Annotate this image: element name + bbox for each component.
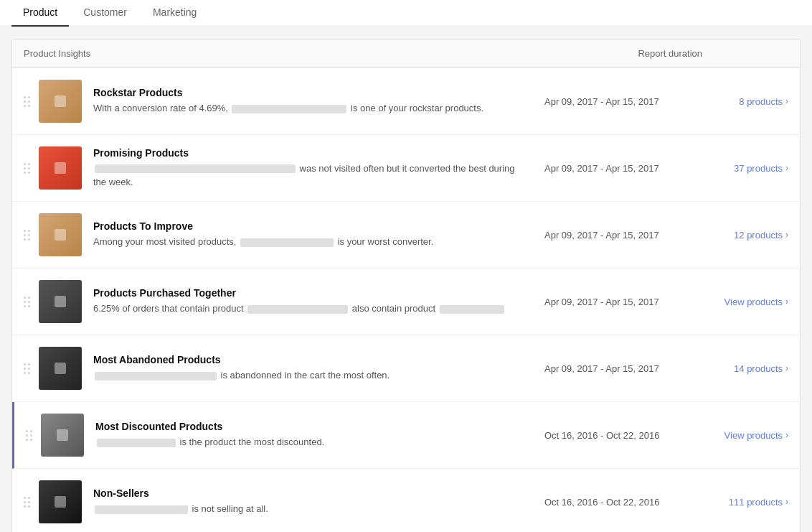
row-content: Promising Products was not visited often… bbox=[93, 147, 530, 190]
row-link-label: 37 products bbox=[734, 163, 783, 174]
row-content: Non-Sellers is not selling at all. bbox=[93, 487, 530, 516]
chevron-right-icon: › bbox=[785, 230, 788, 240]
table-row: Most Abandoned Products is abandonned in… bbox=[12, 335, 800, 402]
row-link-label: 111 products bbox=[729, 497, 783, 508]
drag-handle[interactable] bbox=[24, 497, 30, 508]
row-description: was not visited often but it converted t… bbox=[93, 162, 530, 190]
chevron-right-icon: › bbox=[785, 430, 788, 440]
svg-rect-2 bbox=[55, 229, 66, 241]
row-link-label: 12 products bbox=[734, 230, 783, 241]
row-date: Apr 09, 2017 - Apr 15, 2017 bbox=[544, 163, 681, 174]
table-row: Promising Products was not visited often… bbox=[12, 135, 800, 202]
row-date: Apr 09, 2017 - Apr 15, 2017 bbox=[544, 297, 681, 307]
row-products-link[interactable]: 12 products › bbox=[709, 230, 788, 241]
chevron-right-icon: › bbox=[785, 297, 788, 307]
row-products-link[interactable]: 8 products › bbox=[709, 96, 788, 107]
svg-rect-4 bbox=[55, 363, 66, 374]
product-image bbox=[39, 347, 82, 390]
row-meta: Apr 09, 2017 - Apr 15, 2017 View product… bbox=[544, 297, 788, 307]
chevron-right-icon: › bbox=[785, 363, 788, 373]
product-image bbox=[39, 480, 82, 523]
table-header: Product Insights Report duration bbox=[12, 39, 800, 68]
table-row: Products To Improve Among your most visi… bbox=[12, 202, 800, 269]
row-products-link[interactable]: 14 products › bbox=[709, 363, 788, 374]
svg-rect-0 bbox=[55, 95, 66, 107]
insights-table: Product Insights Report duration Rocksta… bbox=[11, 39, 801, 532]
row-content: Products To Improve Among your most visi… bbox=[93, 220, 530, 249]
table-row: Products Purchased Together 6.25% of ord… bbox=[12, 269, 800, 335]
product-image bbox=[39, 146, 82, 190]
row-products-link[interactable]: 37 products › bbox=[709, 163, 788, 174]
row-link-label: 14 products bbox=[734, 363, 783, 374]
chevron-right-icon: › bbox=[785, 96, 788, 106]
row-meta: Apr 09, 2017 - Apr 15, 2017 14 products … bbox=[544, 363, 788, 374]
row-link-label: 8 products bbox=[739, 96, 783, 107]
product-image bbox=[41, 414, 84, 457]
row-date: Apr 09, 2017 - Apr 15, 2017 bbox=[544, 363, 681, 374]
row-meta: Oct 16, 2016 - Oct 22, 2016 111 products… bbox=[544, 497, 788, 508]
table-row: Most Discounted Products is the product … bbox=[12, 402, 800, 469]
row-products-link[interactable]: 111 products › bbox=[709, 497, 788, 508]
row-meta: Oct 16, 2016 - Oct 22, 2016 View product… bbox=[544, 430, 788, 441]
tab-customer[interactable]: Customer bbox=[72, 1, 138, 27]
row-title: Promising Products bbox=[93, 147, 530, 159]
product-image bbox=[39, 213, 82, 256]
tab-bar: Product Customer Marketing bbox=[0, 0, 812, 27]
product-image bbox=[39, 280, 82, 323]
row-title: Most Abandoned Products bbox=[93, 354, 530, 365]
drag-handle[interactable] bbox=[24, 230, 30, 241]
row-description: 6.25% of orders that contain product als… bbox=[93, 302, 530, 316]
drag-handle[interactable] bbox=[26, 430, 32, 441]
row-description: is the product the most discounted. bbox=[95, 435, 530, 449]
row-date: Apr 09, 2017 - Apr 15, 2017 bbox=[544, 96, 681, 107]
table-row: Rockstar Products With a conversion rate… bbox=[12, 68, 800, 135]
drag-handle[interactable] bbox=[24, 297, 30, 307]
row-title: Non-Sellers bbox=[93, 487, 530, 499]
svg-rect-5 bbox=[57, 429, 68, 441]
svg-rect-6 bbox=[55, 496, 66, 508]
row-date: Apr 09, 2017 - Apr 15, 2017 bbox=[544, 230, 681, 241]
tab-product[interactable]: Product bbox=[11, 1, 69, 27]
row-description: is abandonned in the cart the most often… bbox=[93, 368, 530, 383]
product-image bbox=[39, 80, 82, 123]
row-title: Rockstar Products bbox=[93, 87, 530, 98]
header-insight-label: Product Insights bbox=[24, 48, 638, 59]
tab-marketing[interactable]: Marketing bbox=[141, 1, 208, 27]
row-link-label: View products bbox=[724, 430, 783, 441]
row-title: Products To Improve bbox=[93, 220, 530, 232]
row-description: is not selling at all. bbox=[93, 502, 530, 516]
row-meta: Apr 09, 2017 - Apr 15, 2017 8 products › bbox=[544, 96, 788, 107]
drag-handle[interactable] bbox=[24, 163, 30, 174]
top-tabs-container: Product Customer Marketing bbox=[0, 0, 812, 27]
table-row: Non-Sellers is not selling at all. Oct 1… bbox=[12, 469, 800, 532]
row-products-link[interactable]: View products › bbox=[709, 297, 788, 307]
row-title: Products Purchased Together bbox=[93, 287, 530, 299]
row-description: Among your most visited products, is you… bbox=[93, 235, 530, 249]
row-date: Oct 16, 2016 - Oct 22, 2016 bbox=[544, 430, 681, 441]
row-products-link[interactable]: View products › bbox=[709, 430, 788, 441]
row-meta: Apr 09, 2017 - Apr 15, 2017 37 products … bbox=[544, 163, 788, 174]
drag-handle[interactable] bbox=[24, 363, 30, 374]
row-description: With a conversion rate of 4.69%, is one … bbox=[93, 101, 530, 116]
row-content: Rockstar Products With a conversion rate… bbox=[93, 87, 530, 116]
row-link-label: View products bbox=[724, 297, 783, 307]
row-date: Oct 16, 2016 - Oct 22, 2016 bbox=[544, 497, 681, 508]
row-content: Products Purchased Together 6.25% of ord… bbox=[93, 287, 530, 316]
svg-rect-3 bbox=[55, 296, 66, 307]
row-title: Most Discounted Products bbox=[95, 421, 530, 432]
chevron-right-icon: › bbox=[785, 163, 788, 173]
header-duration-label: Report duration bbox=[638, 48, 702, 59]
row-content: Most Discounted Products is the product … bbox=[95, 421, 530, 449]
row-meta: Apr 09, 2017 - Apr 15, 2017 12 products … bbox=[544, 230, 788, 241]
drag-handle[interactable] bbox=[24, 96, 30, 107]
row-content: Most Abandoned Products is abandonned in… bbox=[93, 354, 530, 383]
svg-rect-1 bbox=[55, 162, 66, 174]
chevron-right-icon: › bbox=[785, 497, 788, 507]
